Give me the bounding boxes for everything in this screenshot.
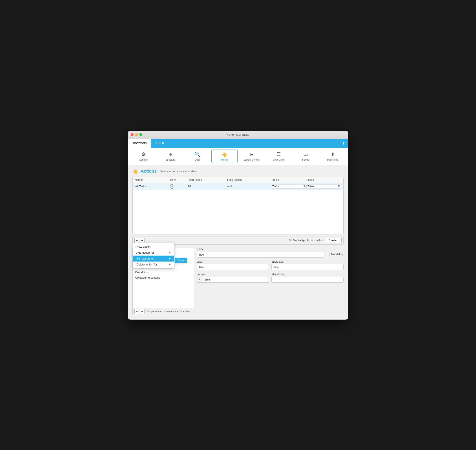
name-row: Name Mandatory xyxy=(197,248,344,258)
new-action-label: New action xyxy=(136,245,150,248)
add-action-chevron: ▶ xyxy=(169,251,171,254)
toolbar-publishing[interactable]: ⬆ Publishing xyxy=(320,149,346,163)
param-label-complete-percentage: CompletePercentage xyxy=(135,276,160,279)
context-new-action[interactable]: New action xyxy=(133,244,174,250)
close-button[interactable] xyxy=(131,133,134,136)
mandatory-checkbox[interactable] xyxy=(327,253,330,256)
right-panel: Name Mandatory Label Short label xyxy=(197,248,344,315)
placeholder-label: Placeholder xyxy=(271,273,344,276)
data-icon: 🔍 xyxy=(194,152,200,157)
label-label: Label xyxy=(197,260,269,263)
toolbar-actions[interactable]: 👆 Actions xyxy=(211,149,238,163)
toolbar-data-label: Data xyxy=(195,158,200,161)
table-row[interactable]: addTasks + Add… Add… Tasks ⇅ Table ⇅ xyxy=(133,183,343,190)
window-controls xyxy=(131,133,142,136)
format-arrow[interactable]: ▼ xyxy=(197,277,203,282)
table-body-empty xyxy=(133,190,343,234)
add-action-label: Add action for xyxy=(136,251,154,254)
add-remove-group: + − xyxy=(134,238,144,243)
maximize-button[interactable] xyxy=(139,133,142,136)
main-content: 👆 Actions Define actions for each table … xyxy=(128,165,348,320)
short-label-input[interactable] xyxy=(271,264,344,270)
format-row: Format ▼ Text Placeholder xyxy=(197,273,344,283)
mandatory-row: Mandatory xyxy=(327,248,344,258)
toolbar-data[interactable]: 🔍 Data xyxy=(184,149,210,163)
nav-sections[interactable]: SECTIONS xyxy=(128,139,151,148)
edit-action-chevron: ▶ xyxy=(169,257,171,260)
mandatory-label: Mandatory xyxy=(331,253,344,256)
section-icon: 👆 xyxy=(132,168,138,174)
nav-build[interactable]: BUILD xyxy=(151,139,168,148)
param-footer-message: This parameter is linked to the "Title" … xyxy=(144,310,192,313)
col-scope: Scope xyxy=(306,178,341,181)
create-button[interactable]: Create... xyxy=(326,238,342,243)
table-select-value: Tasks xyxy=(272,185,279,188)
short-label-label: Short label xyxy=(271,260,344,263)
toolbar: ⚙ General ⊞ Structure 🔍 Data 👆 Actions ⊟… xyxy=(128,148,348,165)
submenu-tasks-label: Tasks xyxy=(177,259,184,262)
row-scope: Table ⇅ xyxy=(306,184,341,189)
param-remove-button[interactable]: − xyxy=(140,309,144,314)
table-select[interactable]: Tasks ⇅ xyxy=(271,184,306,189)
remove-button[interactable]: − xyxy=(140,238,144,243)
format-text: Text xyxy=(203,277,268,282)
toolbar-main-menu[interactable]: ☰ Main Menu xyxy=(266,149,292,163)
context-edit-action[interactable]: Edit action for ▶ xyxy=(133,255,174,261)
toolbar-main-menu-label: Main Menu xyxy=(273,158,284,161)
toolbar-general-label: General xyxy=(139,158,148,161)
section-header: 👆 Actions Define actions for each table xyxy=(132,168,344,174)
name-label: Name xyxy=(197,248,324,251)
context-delete-action[interactable]: Delete action for ▶ xyxy=(133,261,174,267)
label-input[interactable] xyxy=(197,264,269,270)
window-title: 4D for iOS: Tasks xyxy=(227,133,249,136)
toolbar-labels-icons-label: Labels & Icons xyxy=(244,158,259,161)
row-icon: + xyxy=(170,184,188,189)
param-add-remove-group: + − xyxy=(134,309,144,314)
toolbar-general[interactable]: ⚙ General xyxy=(130,149,156,163)
scope-select[interactable]: Table ⇅ xyxy=(306,184,341,189)
scope-select-arrows: ⇅ xyxy=(338,185,340,188)
param-item-complete-percentage[interactable]: CompletePercentage xyxy=(133,275,194,280)
placeholder-input[interactable] xyxy=(271,277,344,283)
name-input[interactable] xyxy=(197,252,324,258)
actions-icon: 👆 xyxy=(221,152,227,157)
table-header: Names Icons Short Labels Long Labels Tab… xyxy=(133,177,343,183)
col-short-labels: Short Labels xyxy=(188,178,227,181)
toolbar-publishing-label: Publishing xyxy=(327,158,338,161)
param-item-description[interactable]: Description xyxy=(133,270,194,275)
add-button[interactable]: + xyxy=(134,238,139,243)
minimize-button[interactable] xyxy=(135,133,138,136)
label-field: Label xyxy=(197,260,269,270)
scope-select-value: Table xyxy=(308,185,314,188)
param-add-button[interactable]: + xyxy=(134,309,139,314)
nav-bar: SECTIONS BUILD ⬆ xyxy=(128,139,348,148)
col-icons: Icons xyxy=(170,178,188,181)
context-menu: New action Add action for ▶ Edit action … xyxy=(133,243,174,269)
bottom-bar: + − New action Add action for ▶ Edit act… xyxy=(132,236,344,245)
section-description: Define actions for each table xyxy=(160,170,196,173)
row-short-label: Add… xyxy=(188,185,227,188)
on-mobile-label: On Mobile App Action method xyxy=(144,239,324,242)
short-label-field: Short label xyxy=(271,260,344,270)
title-bar: 4D for iOS: Tasks xyxy=(128,131,348,139)
toolbar-structure[interactable]: ⊞ Structure xyxy=(157,149,184,163)
submenu-tasks[interactable]: Tasks xyxy=(175,258,187,263)
param-empty-space xyxy=(133,280,194,307)
toolbar-forms-label: Forms xyxy=(302,158,309,161)
toolbar-structure-label: Structure xyxy=(165,158,175,161)
forms-icon: ▭ xyxy=(303,152,308,157)
col-long-labels: Long Labels xyxy=(227,178,271,181)
labels-icons-icon: ⊟ xyxy=(250,152,254,157)
upload-icon[interactable]: ⬆ xyxy=(339,139,348,148)
delete-action-label: Delete action for xyxy=(136,263,157,266)
context-add-action[interactable]: Add action for ▶ xyxy=(133,250,174,255)
general-icon: ⚙ xyxy=(141,152,146,157)
name-field: Name xyxy=(197,248,324,258)
toolbar-forms[interactable]: ▭ Forms xyxy=(292,149,319,163)
actions-table: Names Icons Short Labels Long Labels Tab… xyxy=(132,177,344,234)
row-long-label: Add… xyxy=(227,185,271,188)
publishing-icon: ⬆ xyxy=(331,152,335,157)
toolbar-labels-icons[interactable]: ⊟ Labels & Icons xyxy=(238,149,265,163)
placeholder-field: Placeholder xyxy=(271,273,344,283)
param-footer: + − This parameter is linked to the "Tit… xyxy=(133,308,194,315)
